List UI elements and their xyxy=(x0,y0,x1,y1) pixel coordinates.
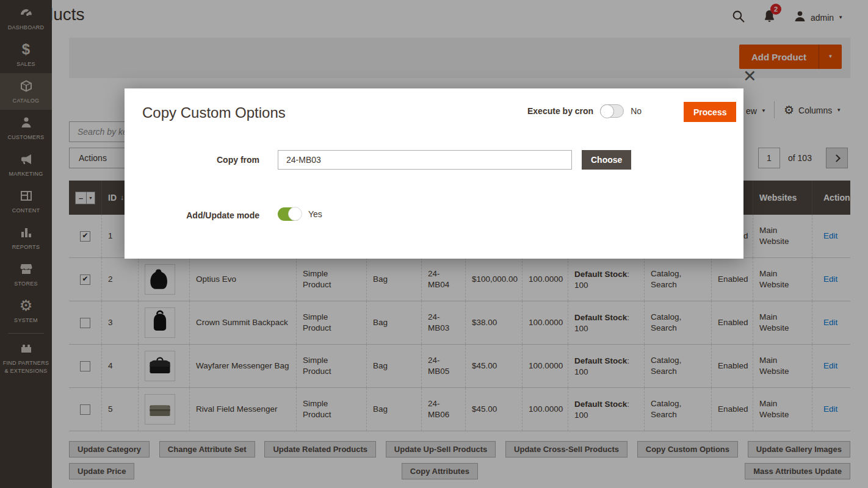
copy-custom-options-modal: Copy Custom Options Execute by cron No P… xyxy=(125,88,743,259)
execute-by-cron-value: No xyxy=(631,106,642,116)
toggle-knob xyxy=(288,207,302,221)
add-update-mode-toggle[interactable] xyxy=(278,207,302,221)
add-update-mode-value: Yes xyxy=(308,209,322,219)
execute-by-cron-label: Execute by cron xyxy=(527,106,593,116)
copy-from-input[interactable] xyxy=(278,150,572,170)
execute-by-cron-toggle[interactable] xyxy=(600,104,624,118)
magento-admin-products-page: Dashboard $ Sales Catalog Customers Mark… xyxy=(0,0,868,488)
toggle-knob xyxy=(600,104,614,118)
choose-button[interactable]: Choose xyxy=(582,150,631,170)
close-icon[interactable]: ✕ xyxy=(743,68,757,85)
modal-title: Copy Custom Options xyxy=(142,104,286,121)
process-button[interactable]: Process xyxy=(684,102,736,122)
copy-from-label: Copy from xyxy=(125,155,259,165)
add-update-mode-label: Add/Update mode xyxy=(125,210,259,220)
